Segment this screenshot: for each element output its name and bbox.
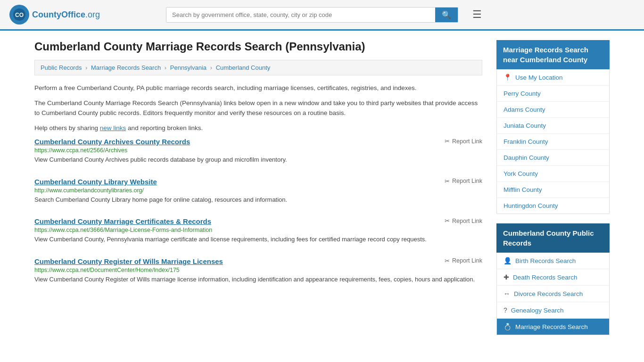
search-bar: 🔍 bbox=[166, 7, 458, 23]
dauphin-county-link[interactable]: Dauphin County bbox=[504, 154, 549, 161]
result-item-2: Cumberland County Library Website ✂ Repo… bbox=[34, 178, 482, 205]
divorce-records-item[interactable]: ↔ Divorce Records Search bbox=[497, 286, 609, 302]
nearby-box: Marriage Records Search near Cumberland … bbox=[496, 40, 610, 214]
sidebar: Marriage Records Search near Cumberland … bbox=[496, 40, 610, 345]
marriage-records-link[interactable]: Marriage Records Search bbox=[515, 323, 588, 330]
nearby-list: 📍 Use My Location Perry County Adams Cou… bbox=[496, 69, 610, 214]
result-url-3: https://www.ccpa.net/3666/Marriage-Licen… bbox=[34, 227, 482, 233]
nearby-header: Marriage Records Search near Cumberland … bbox=[496, 40, 610, 69]
page-content: Cumberland County Marriage Records Searc… bbox=[20, 31, 624, 354]
result-url-1: https://www.ccpa.net/2566/Archives bbox=[34, 147, 482, 154]
logo-text: CountyOffice.org bbox=[32, 10, 100, 20]
result-item-3: Cumberland County Marriage Certificates … bbox=[34, 217, 482, 244]
report-link-3[interactable]: ✂ Report Link bbox=[445, 217, 482, 224]
adams-county-link[interactable]: Adams County bbox=[504, 106, 545, 113]
nearby-adams-county[interactable]: Adams County bbox=[497, 102, 609, 118]
main-column: Cumberland County Marriage Records Searc… bbox=[34, 40, 482, 345]
report-link-2[interactable]: ✂ Report Link bbox=[445, 178, 482, 185]
public-records-list: 👤 Birth Records Search ✚ Death Records S… bbox=[496, 253, 610, 335]
death-records-item[interactable]: ✚ Death Records Search bbox=[497, 269, 609, 286]
genealogy-icon: ? bbox=[504, 306, 507, 314]
result-desc-4: View Cumberland County Register of Wills… bbox=[34, 275, 482, 284]
breadcrumb-pennsylvania[interactable]: Pennsylvania bbox=[170, 64, 206, 71]
description-1: Perform a free Cumberland County, PA pub… bbox=[34, 83, 482, 93]
breadcrumb-cumberland-county[interactable]: Cumberland County bbox=[216, 64, 271, 71]
perry-county-link[interactable]: Perry County bbox=[504, 90, 541, 97]
result-desc-3: View Cumberland County, Pennsylvania mar… bbox=[34, 235, 482, 244]
scissors-icon-3: ✂ bbox=[445, 217, 450, 224]
marriage-icon: 💍 bbox=[504, 323, 512, 330]
divorce-icon: ↔ bbox=[504, 290, 510, 297]
nearby-huntingdon-county[interactable]: Huntingdon County bbox=[497, 198, 609, 214]
scissors-icon-2: ✂ bbox=[445, 178, 450, 185]
menu-button[interactable]: ☰ bbox=[472, 8, 482, 21]
search-button[interactable]: 🔍 bbox=[435, 8, 458, 22]
breadcrumb-public-records[interactable]: Public Records bbox=[41, 64, 82, 71]
result-item-4: Cumberland County Register of Wills Marr… bbox=[34, 257, 482, 284]
franklin-county-link[interactable]: Franklin County bbox=[504, 138, 548, 145]
site-logo[interactable]: CO CountyOffice.org bbox=[9, 5, 100, 25]
report-link-4[interactable]: ✂ Report Link bbox=[445, 257, 482, 264]
result-url-4: https://www.ccpa.net/DocumentCenter/Home… bbox=[34, 267, 482, 273]
death-icon: ✚ bbox=[504, 273, 509, 281]
logo-icon: CO bbox=[9, 5, 29, 25]
york-county-link[interactable]: York County bbox=[504, 170, 538, 177]
new-links-link[interactable]: new links bbox=[100, 124, 126, 132]
death-records-link[interactable]: Death Records Search bbox=[513, 274, 578, 281]
report-link-1[interactable]: ✂ Report Link bbox=[445, 138, 482, 145]
result-item-1: Cumberland County Archives County Record… bbox=[34, 138, 482, 165]
search-input[interactable] bbox=[166, 8, 435, 22]
scissors-icon-1: ✂ bbox=[445, 138, 450, 145]
nearby-perry-county[interactable]: Perry County bbox=[497, 86, 609, 102]
birth-records-item[interactable]: 👤 Birth Records Search bbox=[497, 253, 609, 269]
divorce-records-link[interactable]: Divorce Records Search bbox=[514, 290, 583, 297]
nearby-juniata-county[interactable]: Juniata County bbox=[497, 118, 609, 134]
results-list: Cumberland County Archives County Record… bbox=[34, 138, 482, 284]
public-records-box: Cumberland County Public Records 👤 Birth… bbox=[496, 223, 610, 335]
nearby-dauphin-county[interactable]: Dauphin County bbox=[497, 150, 609, 166]
description-2: The Cumberland County Marriage Records S… bbox=[34, 98, 482, 118]
result-url-2: http://www.cumberlandcountylibraries.org… bbox=[34, 187, 482, 194]
genealogy-link[interactable]: Genealogy Search bbox=[511, 307, 564, 314]
genealogy-item[interactable]: ? Genealogy Search bbox=[497, 302, 609, 319]
juniata-county-link[interactable]: Juniata County bbox=[504, 122, 546, 129]
birth-icon: 👤 bbox=[504, 257, 512, 264]
breadcrumb: Public Records › Marriage Records Search… bbox=[34, 60, 482, 75]
use-my-location-item[interactable]: 📍 Use My Location bbox=[497, 69, 609, 86]
result-title-2[interactable]: Cumberland County Library Website bbox=[34, 178, 157, 186]
result-desc-1: View Cumberland County Archives public r… bbox=[34, 155, 482, 165]
result-title-4[interactable]: Cumberland County Register of Wills Marr… bbox=[34, 257, 223, 265]
svg-text:CO: CO bbox=[15, 12, 24, 18]
description-3: Help others by sharing new links and rep… bbox=[34, 123, 482, 133]
birth-records-link[interactable]: Birth Records Search bbox=[515, 257, 576, 264]
nearby-franklin-county[interactable]: Franklin County bbox=[497, 134, 609, 150]
result-title-1[interactable]: Cumberland County Archives County Record… bbox=[34, 138, 190, 146]
huntingdon-county-link[interactable]: Huntingdon County bbox=[504, 202, 558, 209]
result-title-3[interactable]: Cumberland County Marriage Certificates … bbox=[34, 217, 211, 225]
site-header: CO CountyOffice.org 🔍 ☰ bbox=[0, 0, 644, 31]
location-icon: 📍 bbox=[504, 74, 512, 81]
result-desc-2: Search Cumberland County Library home pa… bbox=[34, 195, 482, 205]
breadcrumb-marriage-records[interactable]: Marriage Records Search bbox=[91, 64, 161, 71]
nearby-york-county[interactable]: York County bbox=[497, 166, 609, 182]
scissors-icon-4: ✂ bbox=[445, 257, 450, 264]
mifflin-county-link[interactable]: Mifflin County bbox=[504, 186, 542, 193]
public-records-header: Cumberland County Public Records bbox=[496, 223, 610, 253]
page-title: Cumberland County Marriage Records Searc… bbox=[34, 40, 482, 53]
marriage-records-item[interactable]: 💍 Marriage Records Search bbox=[497, 319, 609, 335]
use-my-location-link[interactable]: Use My Location bbox=[515, 74, 563, 81]
nearby-mifflin-county[interactable]: Mifflin County bbox=[497, 182, 609, 198]
